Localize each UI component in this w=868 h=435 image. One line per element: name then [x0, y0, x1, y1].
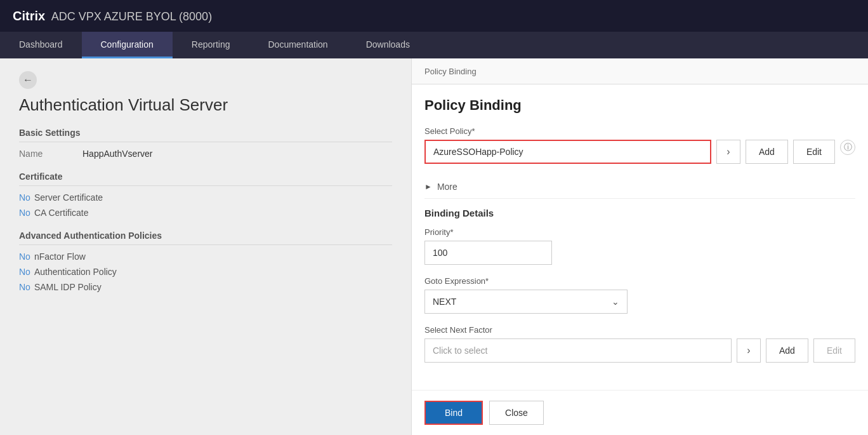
name-value: HappAuthVserver: [82, 149, 153, 159]
no-nfactor-prefix: No: [19, 251, 30, 262]
app-title: Citrix ADC VPX AZURE BYOL (8000): [13, 9, 212, 23]
goto-dropdown-chevron-icon: ⌄: [612, 297, 619, 307]
no-saml-prefix: No: [19, 282, 30, 292]
select-policy-input[interactable]: [424, 140, 711, 164]
nfactor-row: No nFactor Flow: [19, 251, 392, 262]
priority-input[interactable]: [424, 241, 552, 265]
goto-expression-value: NEXT: [433, 297, 456, 307]
select-policy-label: Select Policy*: [424, 126, 855, 136]
server-cert-label: Server Certificate: [34, 192, 103, 203]
server-cert-row: No Server Certificate: [19, 192, 392, 203]
name-field-row: Name HappAuthVserver: [19, 149, 392, 159]
select-policy-edit-btn[interactable]: Edit: [793, 140, 835, 164]
select-next-factor-group: Select Next Factor Click to select › Add…: [424, 325, 855, 363]
select-policy-row: › Add Edit ⓘ: [424, 140, 855, 164]
saml-label: SAML IDP Policy: [34, 282, 102, 292]
select-next-factor-row: Click to select › Add Edit: [424, 338, 855, 363]
nfactor-label: nFactor Flow: [34, 251, 86, 262]
select-next-factor-label: Select Next Factor: [424, 325, 855, 335]
select-policy-add-btn[interactable]: Add: [746, 140, 788, 164]
select-next-factor-edit-btn[interactable]: Edit: [813, 338, 855, 363]
tab-dashboard[interactable]: Dashboard: [0, 32, 82, 58]
select-next-factor-display[interactable]: Click to select: [424, 338, 732, 363]
left-panel: ← Authentication Virtual Server Basic Se…: [0, 58, 411, 435]
select-policy-group: Select Policy* › Add Edit ⓘ: [424, 126, 855, 164]
saml-policy-row: No SAML IDP Policy: [19, 282, 392, 292]
drawer-title: Policy Binding: [424, 97, 855, 114]
drawer-footer: Bind Close: [412, 390, 868, 435]
back-button[interactable]: ←: [19, 71, 392, 89]
drawer-body: Policy Binding Select Policy* › Add Edit…: [412, 84, 868, 390]
binding-details-title: Binding Details: [424, 208, 855, 218]
breadcrumb: Policy Binding: [424, 67, 477, 76]
no-server-cert-prefix: No: [19, 192, 30, 203]
goto-expression-select[interactable]: NEXT ⌄: [424, 290, 628, 314]
drawer-header: Policy Binding: [412, 58, 868, 84]
close-button[interactable]: Close: [489, 401, 544, 425]
tab-configuration[interactable]: Configuration: [82, 32, 173, 58]
select-next-factor-placeholder: Click to select: [433, 345, 487, 356]
select-next-factor-add-btn[interactable]: Add: [766, 338, 808, 363]
header: Citrix ADC VPX AZURE BYOL (8000): [0, 0, 868, 32]
more-label: More: [437, 182, 457, 192]
tab-reporting[interactable]: Reporting: [173, 32, 249, 58]
section-basic-settings: Basic Settings: [19, 128, 392, 142]
goto-expression-group: Goto Expression* NEXT ⌄: [424, 276, 855, 314]
auth-policy-row: No Authentication Policy: [19, 267, 392, 277]
tab-downloads[interactable]: Downloads: [347, 32, 429, 58]
tab-documentation[interactable]: Documentation: [249, 32, 346, 58]
ca-cert-label: CA Certificate: [34, 208, 89, 218]
more-section[interactable]: ► More: [424, 175, 855, 199]
section-certificate: Certificate: [19, 171, 392, 186]
no-ca-cert-prefix: No: [19, 208, 30, 218]
select-policy-arrow-btn[interactable]: ›: [716, 140, 740, 164]
priority-label: Priority*: [424, 227, 855, 237]
bind-button[interactable]: Bind: [424, 401, 483, 425]
name-label: Name: [19, 149, 70, 159]
priority-group: Priority*: [424, 227, 855, 265]
ca-cert-row: No CA Certificate: [19, 208, 392, 218]
section-advanced: Advanced Authentication Policies: [19, 231, 392, 245]
more-chevron-icon: ►: [424, 182, 432, 191]
auth-policy-label: Authentication Policy: [34, 267, 117, 277]
right-panel: Policy Binding Policy Binding Select Pol…: [411, 58, 868, 435]
no-auth-policy-prefix: No: [19, 267, 30, 277]
nav-tabs: Dashboard Configuration Reporting Docume…: [0, 32, 868, 58]
main-content: ← Authentication Virtual Server Basic Se…: [0, 58, 868, 435]
back-icon[interactable]: ←: [19, 71, 37, 89]
select-next-factor-arrow-btn[interactable]: ›: [737, 338, 761, 363]
page-title: Authentication Virtual Server: [19, 95, 392, 115]
info-icon[interactable]: ⓘ: [840, 140, 855, 155]
goto-expression-label: Goto Expression*: [424, 276, 855, 286]
